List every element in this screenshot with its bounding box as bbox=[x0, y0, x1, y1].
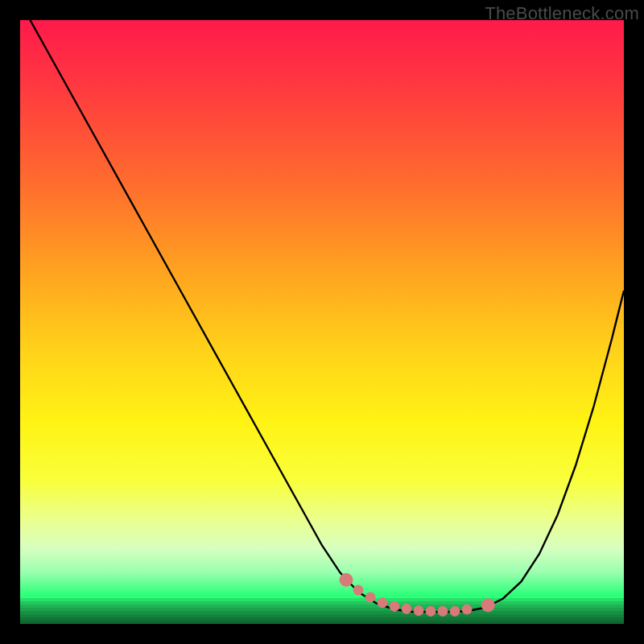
sweet-spot-marker bbox=[402, 604, 411, 613]
sweet-spot-marker bbox=[378, 598, 387, 608]
sweet-spot-marker bbox=[462, 605, 472, 614]
sweet-spot-marker bbox=[414, 606, 423, 616]
bottleneck-curve bbox=[20, 20, 624, 612]
sweet-spot-marker bbox=[340, 573, 353, 586]
curve-layer bbox=[20, 20, 624, 624]
sweet-spot-marker bbox=[450, 606, 460, 616]
sweet-spot-marker bbox=[438, 606, 448, 616]
sweet-spot-marker bbox=[426, 606, 436, 616]
chart-frame bbox=[20, 20, 624, 624]
watermark-text: TheBottleneck.com bbox=[485, 3, 639, 24]
sweet-spot-marker bbox=[390, 601, 399, 611]
sweet-spot-marker bbox=[481, 599, 494, 612]
sweet-spot-marker bbox=[353, 585, 363, 595]
sweet-spot-marker bbox=[365, 592, 375, 602]
